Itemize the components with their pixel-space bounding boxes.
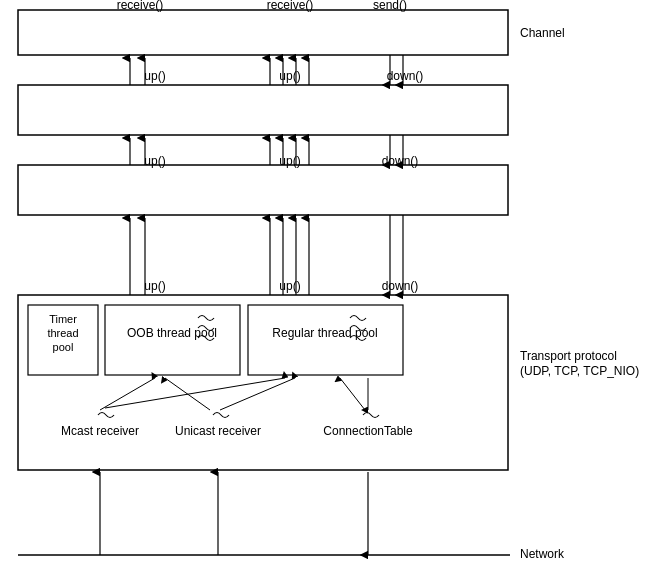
- receive1-label: receive(): [117, 0, 164, 12]
- protocol-box-1: [18, 85, 508, 135]
- oob-label: OOB thread pool: [127, 326, 217, 340]
- up5-label: up(): [144, 154, 165, 168]
- down2-label: down(): [382, 279, 419, 293]
- architecture-diagram: Channel Transport protocol (UDP, TCP, TC…: [0, 0, 659, 573]
- down-label: down(): [387, 69, 424, 83]
- timer-label1: Timer: [49, 313, 77, 325]
- receive2-label: receive(): [267, 0, 314, 12]
- regular-thread-pool-box: [248, 305, 403, 375]
- transport-label: Transport protocol: [520, 349, 617, 363]
- up1-label: up(): [144, 69, 165, 83]
- up6-label: up(): [279, 154, 300, 168]
- protocol-box-2: [18, 165, 508, 215]
- regular-label: Regular thread pool: [272, 326, 377, 340]
- timer-label3: pool: [53, 341, 74, 353]
- channel-box: [18, 10, 508, 55]
- conn-label: ConnectionTable: [323, 424, 413, 438]
- transport-label-sub: (UDP, TCP, TCP_NIO): [520, 364, 639, 378]
- channel-label: Channel: [520, 26, 565, 40]
- down3-label: down(): [382, 154, 419, 168]
- network-label: Network: [520, 547, 565, 561]
- timer-label2: thread: [47, 327, 78, 339]
- mcast-label: Mcast receiver: [61, 424, 139, 438]
- oob-thread-pool-box: [105, 305, 240, 375]
- up3-label: up(): [144, 279, 165, 293]
- diagram-container: Channel Transport protocol (UDP, TCP, TC…: [0, 0, 659, 573]
- unicast-label: Unicast receiver: [175, 424, 261, 438]
- up4-label: up(): [279, 279, 300, 293]
- send-label: send(): [373, 0, 407, 12]
